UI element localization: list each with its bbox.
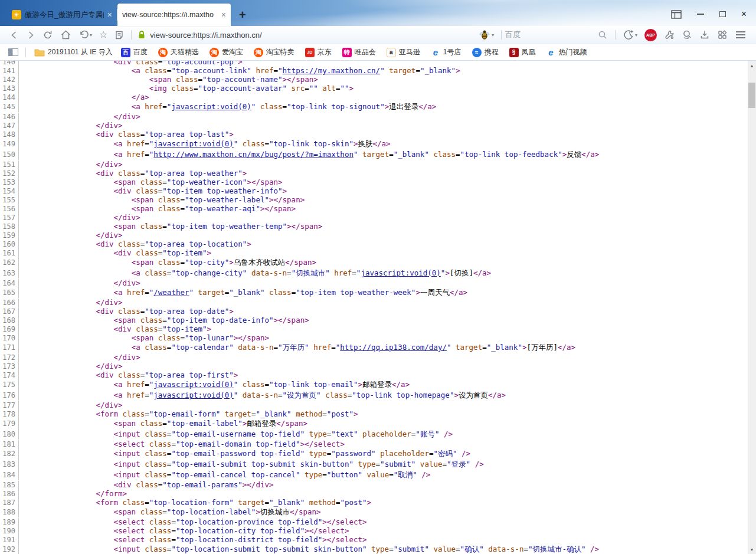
- line-number: 168: [0, 316, 19, 325]
- source-line-code: </form>: [19, 489, 127, 498]
- favorites-star-button[interactable]: ☆: [96, 27, 111, 42]
- bookmark-item[interactable]: 淘天猫精选: [158, 47, 199, 57]
- bookmark-item[interactable]: ≈携程: [472, 47, 499, 57]
- source-line: 159 </div>: [0, 231, 748, 240]
- reload-button[interactable]: [39, 27, 57, 42]
- tab-close-icon[interactable]: ×: [107, 11, 112, 19]
- boss-key-layout-icon[interactable]: [671, 10, 682, 19]
- source-line: 154 <div class="top-item top-weather-inf…: [0, 186, 748, 195]
- chevron-down-icon[interactable]: ▾: [90, 32, 92, 38]
- line-number: 140: [0, 61, 19, 67]
- home-button[interactable]: [57, 27, 75, 42]
- source-line-code: <form class="top-location-form" target="…: [19, 498, 371, 507]
- source-line-code: <div class="top-area top-location">: [19, 240, 251, 248]
- search-icon[interactable]: [594, 27, 611, 42]
- bookmark-item[interactable]: a亚马逊: [387, 47, 420, 57]
- line-number: 192: [0, 544, 19, 554]
- source-line: 183 <input class="top-email-submit top-s…: [0, 459, 748, 470]
- maximize-button[interactable]: [719, 11, 726, 17]
- window-controls: ×: [671, 9, 747, 19]
- source-link[interactable]: javascript:void(0): [153, 139, 233, 148]
- source-link[interactable]: javascript:void(0): [361, 268, 440, 277]
- source-line: 141 <a class="top-account-link" href="ht…: [0, 66, 748, 75]
- back-button[interactable]: [6, 27, 22, 42]
- new-tab-button[interactable]: +: [239, 9, 246, 21]
- bookmark-label: 百度: [133, 47, 148, 57]
- download-icon[interactable]: [696, 27, 714, 42]
- source-line-code: <select class="top-location-province top…: [19, 517, 367, 526]
- tab-maxthon-today[interactable]: ☀ 傲游今日_傲游用户专属的网 ×: [7, 4, 117, 26]
- source-line: 175 <a href="javascript:void(0)" class="…: [0, 379, 748, 390]
- line-number: 191: [0, 536, 19, 545]
- scroll-down-arrow-icon[interactable]: ▼: [748, 545, 756, 554]
- line-number: 171: [0, 342, 19, 353]
- search-input[interactable]: 百度: [505, 29, 594, 40]
- tab-close-icon[interactable]: ×: [221, 11, 226, 19]
- source-line-code: <form class="top-email-form" target="_bl…: [19, 409, 358, 418]
- source-link[interactable]: https://my.maxthon.cn/: [283, 66, 381, 75]
- resource-sniffer-icon[interactable]: [678, 27, 696, 42]
- line-number: 189: [0, 518, 19, 527]
- source-line: 180 <input class="top-email-username top…: [0, 429, 748, 440]
- bookmark-label: 爱淘宝: [222, 47, 243, 57]
- search-engine-bee-icon[interactable]: ▾: [474, 27, 498, 42]
- source-line-code: </a>: [19, 93, 149, 101]
- sidebar-toggle-icon[interactable]: [5, 45, 22, 60]
- source-link[interactable]: javascript:void(0): [171, 102, 251, 111]
- https-lock-icon[interactable]: [138, 30, 146, 40]
- chevron-down-icon[interactable]: ▾: [635, 32, 637, 38]
- bookmark-favicon-icon: JD: [305, 48, 315, 57]
- adblock-plus-icon[interactable]: ABP: [641, 27, 660, 42]
- source-line: 192 <input class="top-location-submit to…: [0, 544, 748, 554]
- bookmark-item[interactable]: JD京东: [305, 47, 332, 57]
- bookmark-item[interactable]: 淘淘宝特卖: [254, 47, 294, 57]
- source-line-code: <div class="top-area top-first">: [19, 371, 238, 379]
- line-number: 162: [0, 257, 19, 268]
- developer-wrench-icon[interactable]: [660, 27, 678, 42]
- minimize-button[interactable]: [697, 14, 704, 15]
- source-link[interactable]: /weather: [153, 288, 189, 297]
- line-number: 180: [0, 429, 19, 440]
- forward-button[interactable]: [22, 27, 39, 42]
- vertical-scrollbar[interactable]: ▲ ▼: [748, 61, 756, 554]
- tab-view-source[interactable]: view-source:https://i.maxtho ×: [117, 4, 231, 26]
- bookmark-item[interactable]: §凤凰: [509, 47, 536, 57]
- address-bar[interactable]: view-source:https://i.maxthon.cn/: [135, 30, 474, 40]
- source-link[interactable]: javascript:void(0): [153, 391, 233, 399]
- url-text[interactable]: view-source:https://i.maxthon.cn/: [150, 31, 261, 40]
- close-button[interactable]: ×: [741, 9, 747, 19]
- source-line: 182 <input class="top-email-password top…: [0, 448, 748, 459]
- source-line: 174 <div class="top-area top-first">: [0, 371, 748, 379]
- bookmark-item[interactable]: 淘爱淘宝: [210, 47, 243, 57]
- source-line-code: <span class="top-location-label">切换城市</s…: [19, 507, 321, 517]
- scroll-up-arrow-icon[interactable]: ▲: [748, 61, 756, 70]
- notes-button[interactable]: [111, 27, 127, 42]
- line-number: 147: [0, 122, 19, 130]
- bookmark-item[interactable]: e热门视频: [546, 47, 587, 57]
- chevron-down-icon[interactable]: ▾: [492, 32, 494, 38]
- source-line: 167 <div class="top-area top-date">: [0, 307, 748, 316]
- main-menu-hamburger-icon[interactable]: [731, 27, 750, 42]
- undo-closed-tabs-button[interactable]: ▾: [75, 27, 96, 42]
- line-number: 145: [0, 101, 19, 112]
- source-line-code: <span class="top-weather-label"></span>: [19, 195, 305, 204]
- source-link[interactable]: javascript:void(0): [153, 380, 233, 389]
- night-mode-moon-icon[interactable]: ▾: [619, 27, 641, 42]
- bookmark-favicon-icon: 淘: [210, 48, 219, 57]
- source-link[interactable]: http://qq.ip138.com/day/: [340, 343, 447, 352]
- scrollbar-thumb[interactable]: [748, 83, 755, 108]
- source-link[interactable]: http://www.maxthon.cn/mx/bug/post/?m=ima…: [153, 150, 354, 159]
- split-screen-grid-icon[interactable]: [714, 27, 731, 42]
- bookmark-item[interactable]: 百百度: [121, 47, 148, 57]
- source-line-code: <input class="top-email-username top-fie…: [19, 429, 453, 440]
- line-number: 146: [0, 113, 19, 122]
- bookmark-item[interactable]: e1号店: [431, 47, 462, 57]
- source-line-code: <a class="top-account-link" href="https:…: [19, 66, 460, 75]
- line-number: 161: [0, 249, 19, 258]
- bookmark-item[interactable]: 特唯品会: [342, 47, 376, 57]
- source-line: 166 </div>: [0, 298, 748, 307]
- line-number: 142: [0, 76, 19, 84]
- bookmark-folder-ie-import[interactable]: 20191101 从 IE 导入: [34, 47, 113, 57]
- line-number: 153: [0, 178, 19, 187]
- source-line-code: <span class="top-item top-date-info"></s…: [19, 316, 309, 324]
